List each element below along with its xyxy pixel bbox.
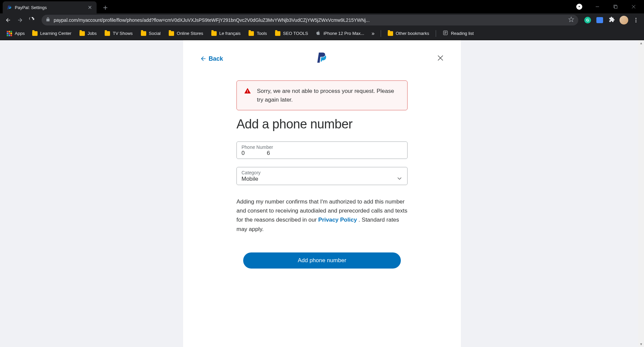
divider: [436, 30, 436, 37]
close-button[interactable]: [437, 54, 444, 63]
back-button[interactable]: [3, 15, 13, 25]
svg-point-2: [636, 18, 637, 19]
back-link[interactable]: Back: [200, 55, 223, 62]
tab-close-button[interactable]: [87, 5, 93, 10]
folder-icon: [141, 31, 146, 36]
url-text: paypal.com/myaccount/profile/flow/phones…: [54, 17, 566, 23]
bookmark-item-apple[interactable]: iPhone 12 Pro Max...: [313, 29, 367, 38]
category-label: Category: [241, 170, 402, 175]
bookmark-folder[interactable]: Tools: [245, 30, 270, 37]
forward-button[interactable]: [15, 15, 25, 25]
reading-list-button[interactable]: Reading list: [439, 29, 477, 38]
window-minimize[interactable]: [590, 1, 605, 12]
lock-icon: [46, 17, 50, 23]
svg-rect-1: [614, 6, 617, 8]
bookmark-folder[interactable]: Online Stores: [165, 30, 207, 37]
bookmark-star-icon[interactable]: [568, 16, 574, 24]
folder-icon: [211, 31, 217, 36]
folder-icon: [169, 31, 174, 36]
page-viewport: Back Sorry, we are not able to process y…: [0, 40, 644, 347]
translate-extension-icon[interactable]: [595, 15, 604, 25]
warning-icon: [244, 88, 251, 104]
tab-title: PayPal: Settings: [15, 5, 87, 10]
other-bookmarks[interactable]: Other bookmarks: [384, 30, 433, 37]
browser-toolbar: paypal.com/myaccount/profile/flow/phones…: [0, 13, 644, 27]
chevron-down-icon: [396, 175, 402, 183]
phone-input[interactable]: 0 6: [241, 150, 402, 157]
bookmark-folder[interactable]: SEO TOOLS: [272, 30, 312, 37]
phone-number-field[interactable]: Phone Number 0 6: [236, 141, 408, 159]
page-header: Back: [183, 50, 461, 67]
ublock-icon[interactable]: [572, 1, 587, 12]
folder-icon: [105, 31, 110, 36]
phone-label: Phone Number: [241, 144, 402, 150]
extensions-puzzle-icon[interactable]: [607, 15, 616, 25]
folder-icon: [79, 31, 85, 36]
bookmark-folder[interactable]: Le français: [208, 30, 244, 37]
window-maximize[interactable]: [608, 1, 623, 12]
error-alert: Sorry, we are not able to process your r…: [236, 80, 408, 110]
bookmarks-overflow[interactable]: »: [369, 29, 377, 38]
bookmark-folder[interactable]: Jobs: [76, 30, 100, 37]
bookmarks-bar: Apps Learning Center Jobs TV Shows Socia…: [0, 27, 644, 40]
category-value: Mobile: [241, 176, 396, 182]
folder-icon: [249, 31, 254, 36]
scrollbar-thumb[interactable]: [639, 40, 643, 275]
browser-titlebar: PayPal: Settings: [0, 0, 644, 13]
grammarly-extension-icon[interactable]: G: [583, 15, 592, 25]
folder-icon: [388, 31, 393, 36]
bookmark-folder[interactable]: TV Shows: [101, 30, 136, 37]
svg-point-3: [636, 20, 637, 21]
reload-button[interactable]: [27, 15, 38, 25]
browser-menu-button[interactable]: [631, 15, 641, 25]
add-phone-number-button[interactable]: Add phone number: [243, 252, 401, 269]
address-bar[interactable]: paypal.com/myaccount/profile/flow/phones…: [42, 15, 578, 25]
arrow-left-icon: [200, 55, 207, 62]
paypal-favicon: [7, 5, 12, 10]
alert-text: Sorry, we are not able to process your r…: [257, 87, 400, 104]
divider: [381, 30, 381, 37]
window-controls: [572, 1, 644, 12]
profile-avatar[interactable]: [619, 15, 629, 25]
privacy-policy-link[interactable]: Privacy Policy: [318, 217, 357, 223]
disclaimer-text: Adding my number confirms that I'm autho…: [236, 197, 408, 234]
close-icon: [437, 54, 444, 62]
browser-tab[interactable]: PayPal: Settings: [3, 1, 97, 13]
bookmark-folder[interactable]: Learning Center: [29, 30, 75, 37]
scroll-down-arrow[interactable]: ▼: [638, 341, 644, 347]
vertical-scrollbar[interactable]: ▲ ▼: [638, 40, 644, 347]
new-tab-button[interactable]: [101, 3, 110, 12]
bookmark-folder[interactable]: Social: [138, 30, 164, 37]
category-field[interactable]: Category Mobile: [236, 167, 408, 185]
folder-icon: [275, 31, 280, 36]
apps-button[interactable]: Apps: [4, 30, 28, 38]
page-title: Add a phone number: [236, 117, 408, 131]
apps-grid-icon: [7, 31, 12, 36]
paypal-logo: [317, 52, 327, 65]
svg-point-4: [636, 21, 637, 22]
apple-icon: [316, 31, 321, 36]
form-area: Sorry, we are not able to process your r…: [236, 80, 408, 269]
page-container: Back Sorry, we are not able to process y…: [183, 40, 461, 347]
reading-list-icon: [443, 30, 448, 37]
window-close[interactable]: [626, 1, 641, 12]
folder-icon: [32, 31, 38, 36]
